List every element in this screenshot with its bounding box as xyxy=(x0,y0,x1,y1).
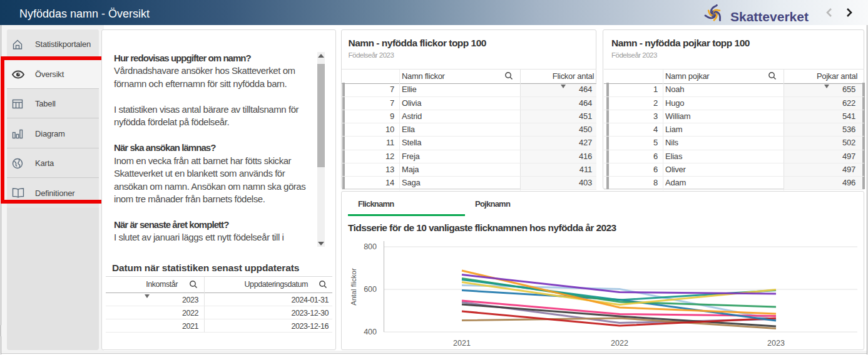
svg-text:400: 400 xyxy=(364,328,377,336)
svg-text:2022: 2022 xyxy=(611,339,628,347)
svg-text:600: 600 xyxy=(364,285,377,294)
svg-text:2023: 2023 xyxy=(767,339,785,347)
svg-text:Antal flickor: Antal flickor xyxy=(350,268,357,306)
svg-text:800: 800 xyxy=(364,242,377,251)
svg-text:2021: 2021 xyxy=(453,339,471,347)
